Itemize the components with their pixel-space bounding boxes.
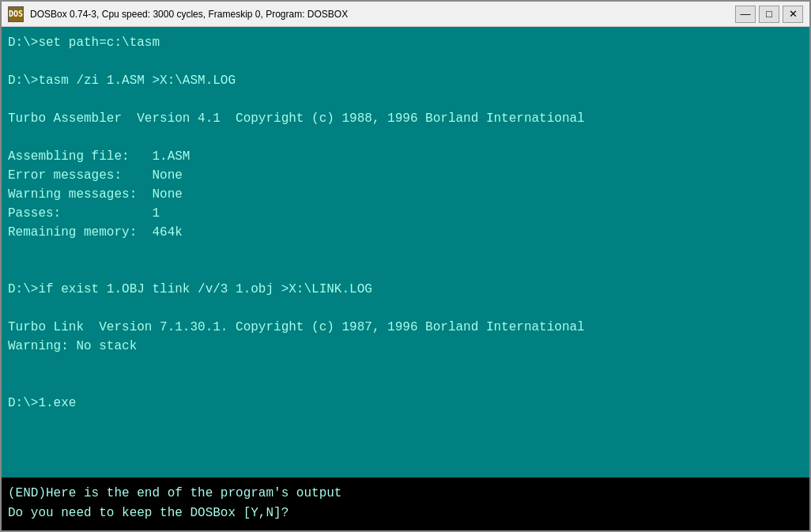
- window-title: DOSBox 0.74-3, Cpu speed: 3000 cycles, F…: [30, 9, 735, 20]
- terminal-bottom[interactable]: (END)Here is the end of the program's ou…: [2, 477, 809, 530]
- terminal-area: D:\>set path=c:\tasm D:\>tasm /zi 1.ASM …: [2, 27, 809, 530]
- maximize-button[interactable]: □: [759, 6, 779, 23]
- app-icon: DOS: [8, 6, 24, 22]
- terminal-bottom-line2: Do you need to keep the DOSBox [Y,N]?: [8, 504, 803, 524]
- dosbox-window: DOS DOSBox 0.74-3, Cpu speed: 3000 cycle…: [0, 0, 811, 532]
- window-controls: — □ ✕: [735, 6, 803, 23]
- minimize-button[interactable]: —: [735, 6, 756, 23]
- title-bar: DOS DOSBox 0.74-3, Cpu speed: 3000 cycle…: [2, 2, 809, 27]
- close-button[interactable]: ✕: [783, 6, 803, 23]
- terminal-main-text: D:\>set path=c:\tasm D:\>tasm /zi 1.ASM …: [8, 33, 803, 413]
- terminal-bottom-line1: (END)Here is the end of the program's ou…: [8, 484, 803, 504]
- terminal-main[interactable]: D:\>set path=c:\tasm D:\>tasm /zi 1.ASM …: [2, 27, 809, 477]
- icon-text: DOS: [9, 9, 23, 18]
